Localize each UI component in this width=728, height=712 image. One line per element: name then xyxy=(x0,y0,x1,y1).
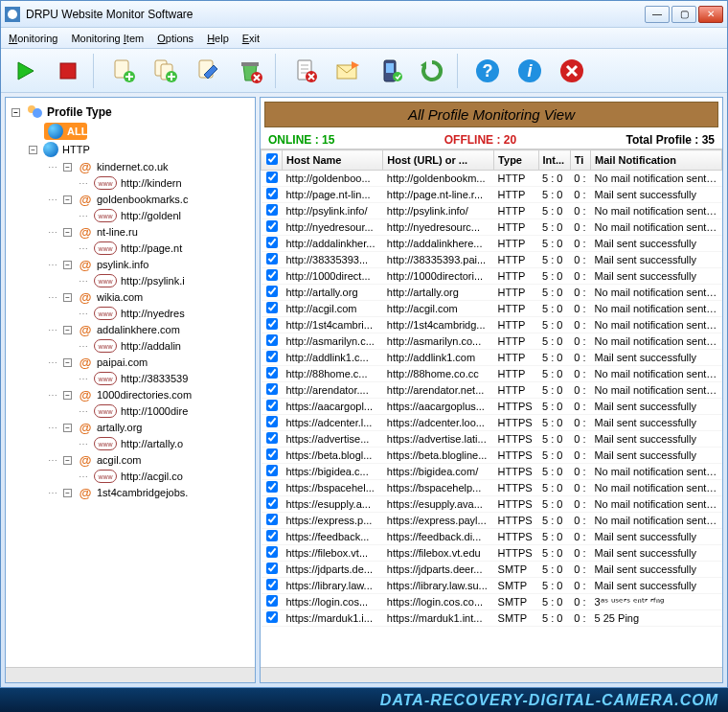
table-row[interactable]: https://login.cos...https://login.cos.co… xyxy=(262,594,722,610)
row-checkbox[interactable] xyxy=(266,351,278,362)
row-checkbox[interactable] xyxy=(266,237,278,248)
table-row[interactable]: http://artally.orghttp://artally.orgHTTP… xyxy=(262,285,722,301)
table-row[interactable]: http://1st4cambri...http://1st4cambridg.… xyxy=(262,317,722,333)
table-row[interactable]: https://aacargopl...https://aacargoplus.… xyxy=(262,399,722,415)
sidebar-scrollbar[interactable] xyxy=(6,667,255,682)
profile-tree[interactable]: −Profile Type ALL−HTTP⋯−@kindernet.co.uk… xyxy=(6,98,255,667)
close-x-button[interactable] xyxy=(553,53,591,89)
table-row[interactable]: http://page.nt-lin...http://page.nt-line… xyxy=(262,187,722,203)
refresh-button[interactable] xyxy=(413,53,451,89)
menu-exit[interactable]: Exit xyxy=(242,33,260,44)
row-checkbox[interactable] xyxy=(266,318,278,330)
row-checkbox[interactable] xyxy=(266,220,278,232)
row-checkbox[interactable] xyxy=(266,448,278,460)
row-checkbox[interactable] xyxy=(266,269,278,281)
menu-options[interactable]: Options xyxy=(157,33,193,44)
row-checkbox[interactable] xyxy=(266,172,278,183)
row-checkbox[interactable] xyxy=(266,334,278,346)
row-checkbox[interactable] xyxy=(266,595,278,607)
col-header[interactable]: Type xyxy=(494,150,538,171)
row-checkbox[interactable] xyxy=(266,546,278,558)
table-row[interactable]: https://library.law...https://library.la… xyxy=(262,578,722,594)
col-header[interactable]: Mail Notification xyxy=(591,150,722,171)
tree-host[interactable]: ⋯−@acgil.com xyxy=(6,451,255,469)
tree-host[interactable]: ⋯−@paipai.com xyxy=(6,354,255,371)
tree-url[interactable]: ⋯wwwhttp://artally.o xyxy=(6,436,255,451)
table-row[interactable]: http://acgil.comhttp://acgil.comHTTP5 : … xyxy=(262,301,722,317)
table-row[interactable]: http://1000direct...http://1000directori… xyxy=(262,268,722,285)
row-checkbox[interactable] xyxy=(266,188,278,199)
table-row[interactable]: http://nyedresour...http://nyedresourc..… xyxy=(262,219,722,236)
tree-url[interactable]: ⋯wwwhttp://psylink.i xyxy=(6,273,255,288)
row-checkbox[interactable] xyxy=(266,563,278,574)
tree-host[interactable]: ⋯−@kindernet.co.uk xyxy=(6,158,255,175)
row-checkbox[interactable] xyxy=(266,383,278,395)
tree-root[interactable]: −Profile Type xyxy=(6,102,255,123)
tree-host[interactable]: ⋯−@1000directories.com xyxy=(6,386,255,403)
tree-http[interactable]: −HTTP xyxy=(6,141,255,158)
row-checkbox[interactable] xyxy=(266,416,278,427)
col-checkbox[interactable] xyxy=(262,150,283,171)
menu-monitoring-item[interactable]: Monitoring Item xyxy=(71,33,144,44)
table-row[interactable]: https://bigidea.c...https://bigidea.com/… xyxy=(262,464,722,480)
tree-url[interactable]: ⋯wwwhttp://3833539 xyxy=(6,371,255,386)
table-row[interactable]: https://adcenter.l...https://adcenter.lo… xyxy=(262,415,722,431)
table-row[interactable]: https://feedback...https://feedback.di..… xyxy=(262,529,722,545)
table-row[interactable]: http://psylink.info/http://psylink.info/… xyxy=(262,203,722,219)
table-row[interactable]: https://jdparts.de...https://jdparts.dee… xyxy=(262,562,722,578)
menu-help[interactable]: Help xyxy=(207,33,229,44)
grid-scrollbar[interactable] xyxy=(261,667,722,682)
col-header[interactable]: Host (URL) or ... xyxy=(383,150,494,171)
tree-host[interactable]: ⋯−@goldenbookmarks.c xyxy=(6,191,255,208)
row-checkbox[interactable] xyxy=(266,611,278,623)
table-row[interactable]: http://38335393...http://38335393.pai...… xyxy=(262,252,722,268)
table-row[interactable]: https://filebox.vt...https://filebox.vt.… xyxy=(262,545,722,562)
table-row[interactable]: https://advertise...https://advertise.la… xyxy=(262,431,722,448)
row-checkbox[interactable] xyxy=(266,400,278,411)
tree-url[interactable]: ⋯wwwhttp://page.nt xyxy=(6,241,255,256)
table-row[interactable]: https://express.p...https://express.payl… xyxy=(262,513,722,529)
tree-url[interactable]: ⋯wwwhttp://acgil.co xyxy=(6,469,255,484)
tree-url[interactable]: ⋯wwwhttp://kindern xyxy=(6,175,255,191)
row-checkbox[interactable] xyxy=(266,286,278,297)
remove-doc-button[interactable] xyxy=(286,53,325,89)
delete-profile-button[interactable] xyxy=(231,53,269,89)
tree-url[interactable]: ⋯wwwhttp://nyedres xyxy=(6,306,255,321)
table-row[interactable]: http://goldenboo...http://goldenbookm...… xyxy=(262,171,722,187)
tree-host[interactable]: ⋯−@wikia.com xyxy=(6,288,255,306)
tree-host[interactable]: ⋯−@nt-line.ru xyxy=(6,223,255,241)
tree-url[interactable]: ⋯wwwhttp://addalin xyxy=(6,338,255,354)
col-header[interactable]: Int... xyxy=(538,150,570,171)
table-row[interactable]: http://addlink1.c...http://addlink1.comH… xyxy=(262,350,722,366)
table-row[interactable]: https://bspacehel...https://bspacehelp..… xyxy=(262,480,722,496)
info-button[interactable]: i xyxy=(511,53,549,89)
tree-url[interactable]: ⋯wwwhttp://1000dire xyxy=(6,403,255,419)
table-row[interactable]: http://addalinkher...http://addalinkhere… xyxy=(262,236,722,252)
menu-monitoring[interactable]: Monitoring xyxy=(9,33,57,44)
mail-button[interactable] xyxy=(329,53,367,89)
help-button[interactable]: ? xyxy=(468,53,507,89)
titlebar[interactable]: DRPU Website Monitor Software — ▢ ✕ xyxy=(1,1,727,28)
monitor-grid[interactable]: Host NameHost (URL) or ...TypeInt...TiMa… xyxy=(261,149,722,667)
row-checkbox[interactable] xyxy=(266,497,278,509)
tree-all[interactable]: ALL xyxy=(44,123,87,140)
play-button[interactable] xyxy=(7,53,45,89)
table-row[interactable]: https://esupply.a...https://esupply.ava.… xyxy=(262,496,722,513)
table-row[interactable]: http://88home.c...http://88home.co.ccHTT… xyxy=(262,366,722,382)
tree-host[interactable]: ⋯−@psylink.info xyxy=(6,256,255,273)
row-checkbox[interactable] xyxy=(266,465,278,476)
add-profile-button[interactable] xyxy=(104,53,143,89)
edit-profile-button[interactable] xyxy=(189,53,227,89)
add-group-button[interactable] xyxy=(147,53,185,89)
row-checkbox[interactable] xyxy=(266,432,278,444)
row-checkbox[interactable] xyxy=(266,302,278,313)
tree-url[interactable]: ⋯wwwhttp://goldenl xyxy=(6,208,255,223)
close-button[interactable]: ✕ xyxy=(698,6,723,23)
tree-host[interactable]: ⋯−@artally.org xyxy=(6,419,255,436)
minimize-button[interactable]: — xyxy=(645,6,670,23)
table-row[interactable]: http://arendator....http://arendator.net… xyxy=(262,382,722,399)
row-checkbox[interactable] xyxy=(266,253,278,264)
table-row[interactable]: https://marduk1.i...https://marduk1.int.… xyxy=(262,610,722,627)
row-checkbox[interactable] xyxy=(266,204,278,216)
row-checkbox[interactable] xyxy=(266,481,278,493)
